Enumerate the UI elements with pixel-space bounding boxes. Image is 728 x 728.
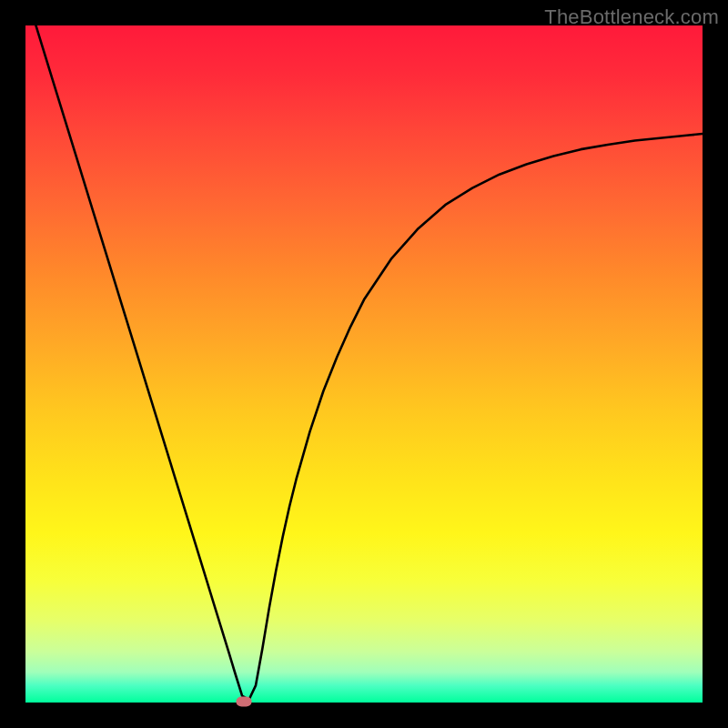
chart-frame: TheBottleneck.com bbox=[0, 0, 728, 728]
minimum-marker bbox=[237, 696, 252, 706]
bottleneck-curve bbox=[25, 25, 703, 703]
plot-area bbox=[25, 25, 703, 703]
watermark-text: TheBottleneck.com bbox=[544, 5, 719, 29]
